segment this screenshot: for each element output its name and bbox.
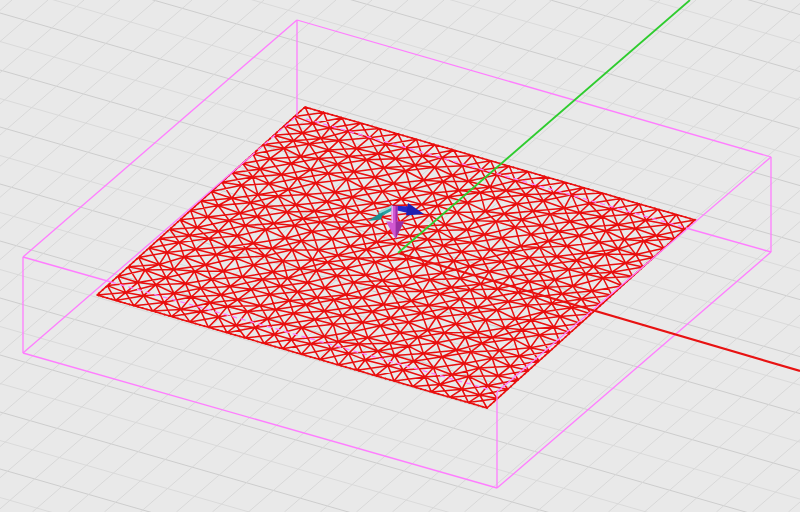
3d-modeler-viewport[interactable] <box>0 0 800 512</box>
scene-canvas <box>0 0 800 512</box>
